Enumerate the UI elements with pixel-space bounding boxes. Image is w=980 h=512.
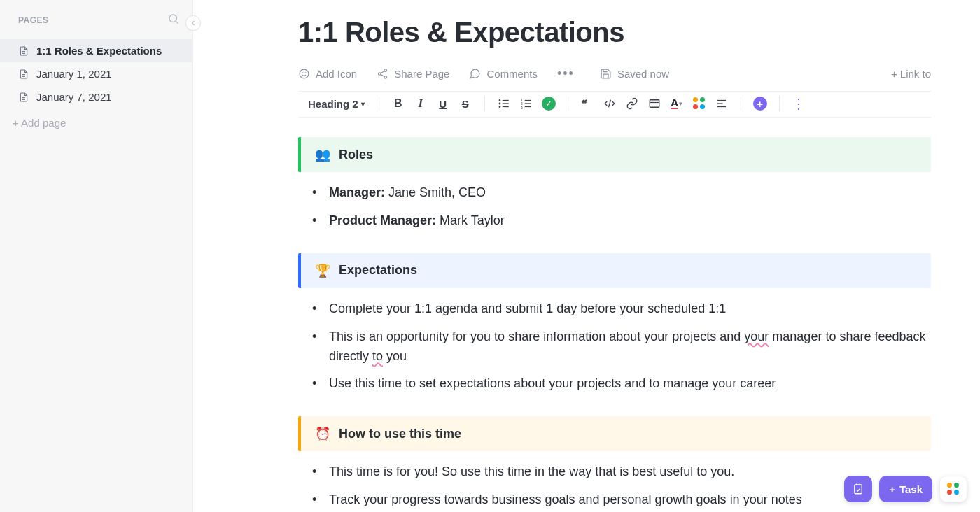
highlight-color-button[interactable] [692,96,707,111]
svg-point-9 [302,73,303,73]
apps-icon [947,483,960,495]
saved-label: Saved now [617,68,669,80]
italic-button[interactable]: I [413,96,428,111]
style-picker[interactable]: Heading 2 ▾ [308,98,368,110]
font-color-button[interactable]: A ▾ [669,96,685,111]
callout-how-to[interactable]: ⏰ How to use this time [298,416,931,451]
grammar-highlight: to [372,349,383,363]
grammar-highlight: your [744,329,769,343]
list-item[interactable]: Manager: Jane Smith, CEO [312,179,931,207]
checklist-button[interactable]: ✓ [541,96,556,111]
sidebar-item-roles-expectations[interactable]: 1:1 Roles & Expectations [0,39,192,62]
align-button[interactable] [714,96,729,111]
quote-button[interactable]: “ [580,96,595,111]
svg-line-14 [381,71,384,73]
svg-text:3: 3 [520,106,522,110]
toolbar-more-button[interactable]: ⋮ [791,96,806,111]
link-to-label: + Link to [891,68,931,80]
svg-point-12 [379,73,382,76]
role-value: Mark Taylor [440,213,505,227]
code-block-button[interactable] [602,96,617,111]
new-task-button[interactable]: + Task [879,476,932,502]
expectations-list[interactable]: Complete your 1:1 agenda and submit 1 da… [298,288,931,414]
role-value: Jane Smith, CEO [388,185,486,199]
strikethrough-button[interactable]: S [458,96,473,111]
list-item[interactable]: This is an opportunity for you to share … [312,323,931,371]
link-button[interactable] [624,96,640,111]
svg-text:“: “ [582,98,587,109]
underline-button[interactable]: U [435,96,451,111]
bold-button[interactable]: B [391,96,406,111]
sidebar-header: PAGES [0,13,192,38]
page-icon [18,69,29,80]
chevron-down-icon: ▾ [679,100,682,107]
page-icon [18,92,29,103]
callout-expectations[interactable]: 🏆 Expectations [298,253,931,288]
numbered-list-button[interactable]: 123 [519,96,534,111]
plus-circle-icon: + [753,97,767,111]
notepad-button[interactable] [844,476,872,502]
sidebar: PAGES 1:1 Roles & Expectations January 1… [0,0,193,512]
svg-point-0 [169,15,177,22]
callout-title: Expectations [339,263,417,278]
add-icon-label: Add Icon [316,68,357,80]
add-page-button[interactable]: + Add page [0,108,192,134]
sidebar-title: PAGES [18,15,49,25]
link-to-button[interactable]: + Link to [891,68,931,80]
svg-rect-30 [650,100,659,108]
role-label: Product Manager: [329,213,436,227]
page-content[interactable]: 👥 Roles Manager: Jane Smith, CEO Product… [298,137,931,512]
toolbar-separator [484,96,485,111]
toolbar-separator [779,96,780,111]
main: 1:1 Roles & Expectations Add Icon Share … [193,0,980,512]
banner-button[interactable] [647,96,662,111]
four-dots-icon [693,97,706,110]
font-color-icon: A [671,98,678,109]
list-item[interactable]: Product Manager: Mark Taylor [312,207,931,235]
saved-status: Saved now [600,68,669,80]
bulleted-list-button[interactable] [496,96,512,111]
sidebar-item-jan-7[interactable]: January 7, 2021 [0,85,192,108]
floating-action-bar: + Task [844,476,967,502]
svg-line-15 [381,74,384,76]
page-list: 1:1 Roles & Expectations January 1, 2021… [0,38,192,108]
svg-line-1 [176,21,178,23]
callout-roles[interactable]: 👥 Roles [298,137,931,172]
page-title[interactable]: 1:1 Roles & Expectations [298,17,931,48]
list-item[interactable]: Use this time to set expectations about … [312,370,931,398]
collapse-sidebar-button[interactable] [186,15,201,31]
people-icon: 👥 [315,147,330,162]
style-picker-label: Heading 2 [308,98,358,110]
check-icon: ✓ [542,97,556,111]
apps-button[interactable] [939,476,967,502]
callout-title: How to use this time [339,427,461,441]
list-item[interactable]: This time is for you! So use this time i… [312,458,931,486]
role-label: Manager: [329,185,385,199]
list-item[interactable]: Track your progress towards business goa… [312,486,931,512]
how-to-list[interactable]: This time is for you! So use this time i… [298,451,931,512]
search-icon[interactable] [167,13,180,28]
chevron-down-icon: ▾ [361,100,365,108]
svg-point-18 [499,106,500,108]
svg-point-17 [499,103,500,104]
list-item[interactable]: Complete your 1:1 agenda and submit 1 da… [312,295,931,323]
task-label: Task [899,483,923,495]
alarm-clock-icon: ⏰ [315,426,330,441]
share-label: Share Page [394,68,449,80]
share-button[interactable]: Share Page [377,68,449,80]
insert-button[interactable]: + [752,96,768,111]
formatting-toolbar: Heading 2 ▾ B I U S 123 ✓ “ A [298,91,931,118]
sidebar-item-jan-1[interactable]: January 1, 2021 [0,62,192,85]
svg-point-13 [384,76,387,79]
svg-point-16 [499,100,500,101]
sidebar-item-label: 1:1 Roles & Expectations [36,45,162,57]
svg-point-11 [384,69,387,72]
more-options-button[interactable]: ••• [557,66,575,81]
comments-button[interactable]: Comments [469,68,538,80]
svg-line-29 [608,100,610,108]
toolbar-separator [741,96,741,111]
roles-list[interactable]: Manager: Jane Smith, CEO Product Manager… [298,172,931,250]
svg-point-10 [305,73,306,73]
add-icon-button[interactable]: Add Icon [298,68,357,80]
sidebar-item-label: January 1, 2021 [36,68,112,80]
